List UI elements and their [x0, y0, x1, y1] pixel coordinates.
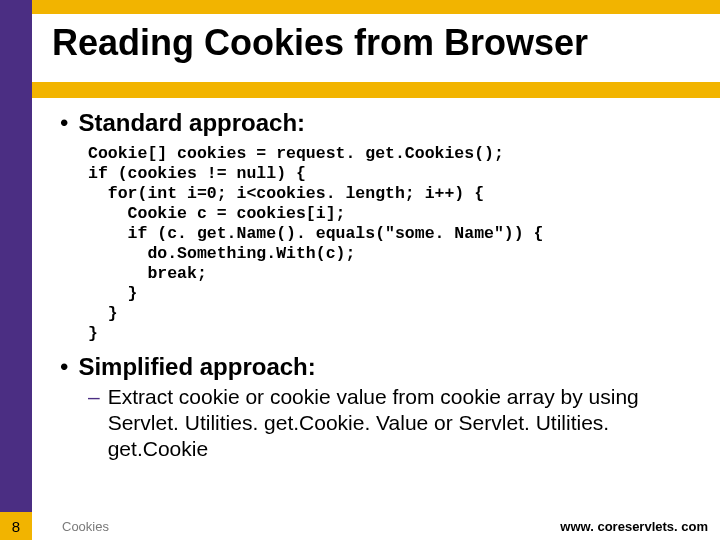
title-underline: [32, 82, 720, 98]
bullet-dot-icon: •: [60, 108, 68, 138]
bullet-text: Simplified approach:: [78, 352, 315, 382]
sub-bullet-item: – Extract cookie or cookie value from co…: [88, 384, 700, 462]
bullet-item: • Standard approach:: [60, 108, 700, 138]
bullet-dot-icon: •: [60, 352, 68, 382]
page-number: 8: [12, 518, 20, 535]
topbar-accent: [32, 0, 720, 14]
slide-title: Reading Cookies from Browser: [52, 22, 588, 64]
content-area: • Standard approach: Cookie[] cookies = …: [60, 108, 700, 462]
slide: Reading Cookies from Browser • Standard …: [0, 0, 720, 540]
sub-bullet-text: Extract cookie or cookie value from cook…: [108, 384, 700, 462]
footer-right: www. coreservlets. com: [560, 519, 708, 534]
code-block: Cookie[] cookies = request. get.Cookies(…: [88, 144, 700, 344]
page-number-box: 8: [0, 512, 32, 540]
sidebar-accent: [0, 0, 32, 540]
bullet-text: Standard approach:: [78, 108, 305, 138]
dash-icon: –: [88, 384, 100, 410]
bullet-item: • Simplified approach:: [60, 352, 700, 382]
footer-left: Cookies: [62, 519, 109, 534]
